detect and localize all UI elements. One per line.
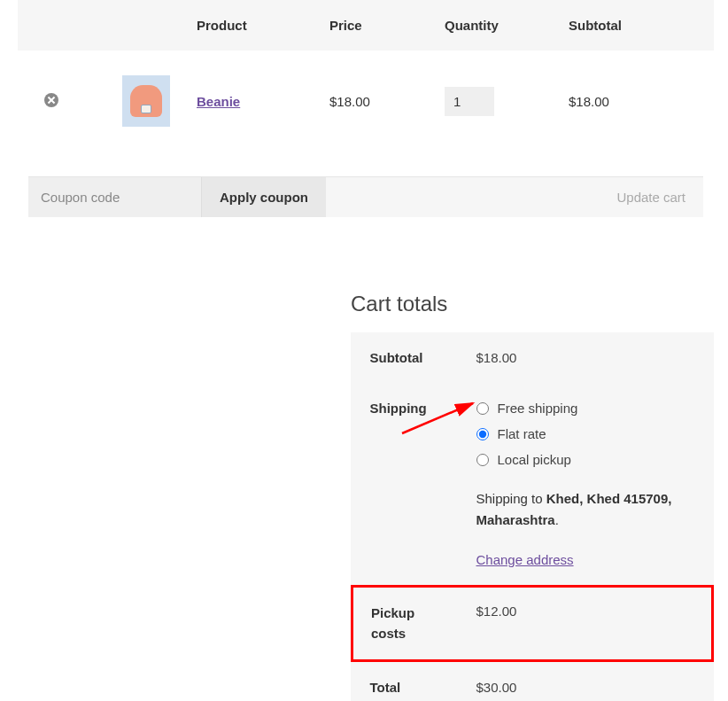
totals-table: Subtotal $18.00 Shipping Free shipping F…: [351, 332, 714, 701]
subtotal-value: $18.00: [459, 332, 713, 383]
col-subtotal-header: Subtotal: [558, 0, 714, 51]
remove-item-icon[interactable]: [44, 93, 58, 107]
col-thumbnail: [71, 0, 186, 51]
shipping-option-flat[interactable]: Flat rate: [476, 426, 695, 441]
col-remove: [18, 0, 71, 51]
col-quantity-header: Quantity: [434, 0, 558, 51]
shipping-option-free[interactable]: Free shipping: [476, 401, 695, 416]
product-link[interactable]: Beanie: [197, 94, 240, 109]
shipping-row: Shipping Free shipping Flat rate Local p…: [352, 383, 713, 587]
pickup-costs-label: Pickup costs: [352, 587, 459, 661]
col-product-header: Product: [186, 0, 319, 51]
shipping-option-local[interactable]: Local pickup: [476, 452, 695, 467]
subtotal-row: Subtotal $18.00: [352, 332, 713, 383]
pickup-costs-value: $12.00: [459, 587, 713, 661]
shipping-radio-free[interactable]: [476, 402, 489, 415]
total-value: $30.00: [459, 661, 713, 702]
shipping-label: Shipping: [352, 383, 459, 587]
cart-totals-title: Cart totals: [351, 292, 714, 316]
pickup-costs-row: Pickup costs $12.00: [352, 587, 713, 661]
product-thumbnail[interactable]: [122, 75, 170, 127]
total-row: Total $30.00: [352, 661, 713, 702]
table-row: Beanie $18.00 $18.00: [18, 51, 714, 152]
cart-table: Product Price Quantity Subtotal Beanie $…: [18, 0, 714, 242]
subtotal-label: Subtotal: [352, 332, 459, 383]
coupon-code-input[interactable]: [28, 177, 202, 217]
spacer: [326, 177, 599, 217]
shipping-option-free-label: Free shipping: [498, 401, 578, 416]
shipping-destination: Shipping to Khed, Khed 415709, Maharasht…: [476, 488, 695, 531]
total-label: Total: [352, 661, 459, 702]
product-price: $18.00: [319, 51, 434, 152]
beanie-icon: [130, 85, 162, 117]
change-address-link[interactable]: Change address: [476, 552, 574, 567]
shipping-radio-flat[interactable]: [476, 428, 489, 440]
cart-totals: Cart totals Subtotal $18.00 Shipping Fre…: [351, 292, 714, 701]
shipping-option-local-label: Local pickup: [498, 452, 571, 467]
shipping-radio-local[interactable]: [476, 454, 489, 466]
apply-coupon-button[interactable]: Apply coupon: [202, 177, 326, 217]
col-price-header: Price: [319, 0, 434, 51]
quantity-input[interactable]: [445, 87, 494, 116]
cart-actions-row: Apply coupon Update cart: [18, 152, 714, 242]
product-subtotal: $18.00: [558, 51, 714, 152]
update-cart-button[interactable]: Update cart: [599, 177, 703, 217]
shipping-option-flat-label: Flat rate: [498, 426, 546, 441]
